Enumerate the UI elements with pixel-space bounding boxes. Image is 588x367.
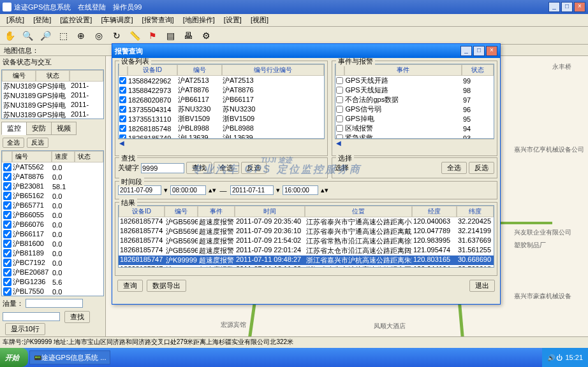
col-speed[interactable]: 速度 <box>52 151 75 162</box>
start-button[interactable]: 开始 <box>0 348 28 367</box>
device-checkbox[interactable] <box>3 268 11 277</box>
status-row[interactable]: 苏NU3189GPS掉电2011- <box>2 101 103 110</box>
col-time[interactable] <box>70 70 103 82</box>
row-checkbox[interactable] <box>336 125 343 132</box>
maximize-button[interactable]: □ <box>561 2 573 12</box>
zoom-area-icon[interactable]: ⬚ <box>56 29 70 43</box>
result-row[interactable]: 18268185774沪GB5696超速度报警2011-07-09 21:54:… <box>119 236 494 246</box>
row-checkbox[interactable] <box>119 77 126 84</box>
dialog-event-row[interactable]: GPS掉电95 <box>335 114 494 124</box>
dialog-event-row[interactable]: 不合法的gps数据97 <box>335 95 494 104</box>
device-checkbox[interactable] <box>3 220 11 229</box>
menu-item[interactable]: [系统] <box>3 14 28 26</box>
dialog-device-row[interactable]: 18268185748沪BL8988沪BL8988 <box>119 124 324 133</box>
measure-icon[interactable]: 📏 <box>128 29 142 43</box>
row-checkbox[interactable] <box>336 77 343 84</box>
date-from-input[interactable] <box>118 185 161 195</box>
dev-select-all-button[interactable]: 全选 <box>214 162 239 174</box>
dialog-event-row[interactable]: GPS信号弱96 <box>335 104 494 114</box>
dialog-device-row[interactable]: 13588422962沪AT2513沪AT2513 <box>119 76 324 85</box>
row-checkbox[interactable] <box>119 87 126 94</box>
col-number[interactable]: 编号 <box>177 64 222 76</box>
result-row[interactable]: 18268185774沪GB5696超速度报警2011-07-09 20:36:… <box>119 227 494 236</box>
device-row[interactable]: 沪B2308158.1 <box>2 182 103 191</box>
rcol-loc[interactable]: 位置 <box>305 206 412 217</box>
dialog-event-row[interactable]: GPS天线短路98 <box>335 85 494 95</box>
row-checkbox[interactable] <box>119 96 126 103</box>
task-item[interactable]: 📟 途迹GPS信息系统 ... <box>29 350 110 364</box>
dialog-search-button[interactable]: 查找 <box>186 162 212 174</box>
row-checkbox[interactable] <box>336 134 343 139</box>
minimize-button[interactable]: _ <box>548 2 560 12</box>
status-row[interactable]: 苏NU3189GPS掉电2011- <box>2 110 103 119</box>
menu-item[interactable]: [车辆调度] <box>97 14 136 26</box>
full-extent-icon[interactable]: ◎ <box>92 29 106 43</box>
flag-icon[interactable]: ⚑ <box>145 29 159 43</box>
rcol-lat[interactable]: 纬度 <box>457 206 494 217</box>
tab-security[interactable]: 安防 <box>26 122 52 135</box>
dialog-event-row[interactable]: 区域报警94 <box>335 124 494 133</box>
device-row[interactable]: 沪B816000.0 <box>2 239 103 248</box>
dialog-event-row[interactable]: 紧急求救93 <box>335 133 494 139</box>
device-checkbox[interactable] <box>3 173 11 181</box>
result-row[interactable]: 18268185747沪K99999超速度报警2011-07-11 09:48:… <box>119 255 494 265</box>
dev-invert-button[interactable]: 反选 <box>241 162 267 174</box>
settings-icon[interactable]: ⚙ <box>199 29 213 43</box>
device-checkbox[interactable] <box>3 211 11 219</box>
result-row[interactable]: 18268185774沪GB5696超速度报警2011-07-09 20:35:… <box>119 217 494 227</box>
device-checkbox[interactable] <box>3 287 11 296</box>
device-checkbox[interactable] <box>3 230 11 238</box>
refresh-icon[interactable]: ↻ <box>110 29 124 43</box>
dialog-minimize-button[interactable]: _ <box>460 46 472 56</box>
col-dev-id[interactable]: 编号 <box>12 151 52 162</box>
status-row[interactable]: 苏NU3189GPS掉电2011- <box>2 82 103 91</box>
exit-button[interactable]: 退出 <box>469 280 495 292</box>
status-row[interactable]: 苏NU3189GPS掉电2011- <box>2 91 103 101</box>
device-row[interactable]: 沪BE206870.0 <box>2 268 103 277</box>
select-all-button[interactable]: 全选 <box>3 138 24 148</box>
dialog-close-button[interactable]: × <box>486 46 497 56</box>
device-checkbox[interactable] <box>3 163 11 171</box>
dialog-device-row[interactable]: 18268020870沪B66117沪B66117 <box>119 95 324 104</box>
row-checkbox[interactable] <box>336 106 343 113</box>
col-status[interactable]: 状态 <box>36 70 70 82</box>
rcol-time[interactable]: 时间 <box>235 206 305 217</box>
device-checkbox[interactable] <box>3 249 11 257</box>
device-row[interactable]: 沪B657710.0 <box>2 201 103 210</box>
row-checkbox[interactable] <box>119 125 126 132</box>
col-industry[interactable]: 编号行业编号 <box>222 64 324 76</box>
row-checkbox[interactable] <box>119 134 126 139</box>
device-row[interactable]: 沪B811890.0 <box>2 248 103 258</box>
device-row[interactable]: 沪BC71920.0 <box>2 258 103 268</box>
print-icon[interactable]: 🖶 <box>181 29 195 43</box>
locate-icon[interactable]: ⊕ <box>74 29 88 43</box>
menu-item[interactable]: [视图] <box>247 14 272 26</box>
device-row[interactable]: 沪B660550.0 <box>2 210 103 220</box>
rcol-lng[interactable]: 经度 <box>412 206 457 217</box>
evt-invert-button[interactable]: 反选 <box>469 162 494 174</box>
col-dev-status[interactable]: 状态 <box>75 151 103 162</box>
col-id[interactable]: 编号 <box>2 70 36 82</box>
evt-select-all-button[interactable]: 全选 <box>441 162 467 174</box>
row-checkbox[interactable] <box>336 96 343 103</box>
time-to-input[interactable] <box>283 185 318 195</box>
menu-item[interactable]: [地图操作] <box>179 14 219 26</box>
dialog-device-row[interactable]: 18268185749沪L13639沪L13639 <box>119 133 324 139</box>
query-button[interactable]: 查询 <box>117 280 143 292</box>
menu-item[interactable]: [设置] <box>220 14 246 26</box>
device-checkbox[interactable] <box>3 201 11 210</box>
zoom-in-icon[interactable]: 🔍 <box>20 29 34 43</box>
device-checkbox[interactable] <box>3 278 11 286</box>
menu-item[interactable]: [登陆] <box>29 14 55 26</box>
export-button[interactable]: 数据导出 <box>147 280 186 292</box>
invert-select-button[interactable]: 反选 <box>27 138 48 148</box>
menu-item[interactable]: [监控设置] <box>56 14 96 26</box>
date-to-input[interactable] <box>230 185 274 195</box>
close-button[interactable]: × <box>574 2 585 12</box>
row-checkbox[interactable] <box>336 87 343 94</box>
device-row[interactable]: 沪AT55620.0 <box>2 162 103 172</box>
dialog-device-row[interactable]: 13735513110浙BV1509浙BV1509 <box>119 114 324 124</box>
dialog-device-row[interactable]: 13588422973沪AT8876沪AT8876 <box>119 85 324 95</box>
device-checkbox[interactable] <box>3 240 11 248</box>
device-checkbox[interactable] <box>3 192 11 200</box>
